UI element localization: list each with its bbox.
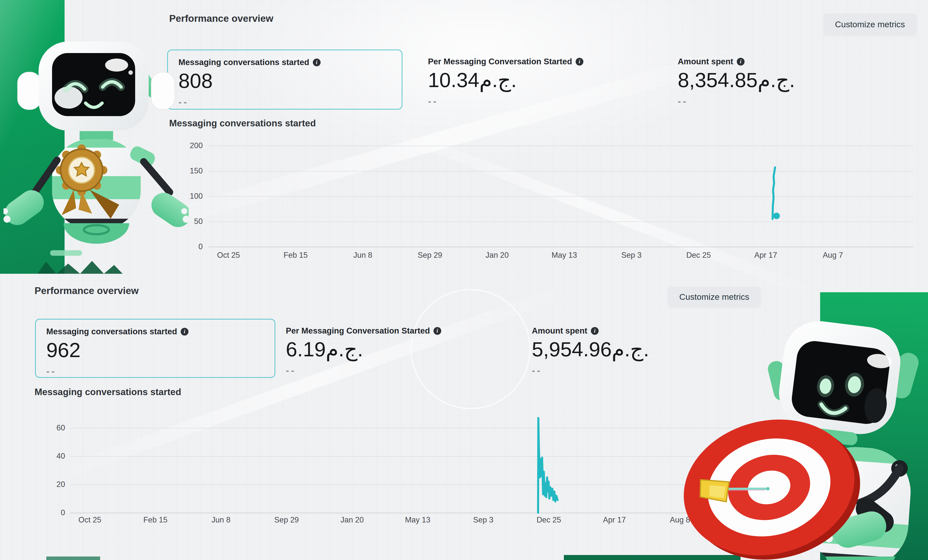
metric-delta: -- bbox=[532, 365, 746, 376]
x-axis-tick-label: Jan 20 bbox=[467, 250, 527, 260]
metric-delta: -- bbox=[46, 366, 264, 377]
metric-label: Amount spent bbox=[678, 57, 733, 66]
metric-label: Amount spent bbox=[532, 326, 588, 336]
x-axis-tick-label: Aug 7 bbox=[803, 250, 863, 260]
gridline bbox=[70, 513, 743, 513]
x-axis-tick-label: Sep 29 bbox=[400, 250, 460, 260]
y-axis-tick-label: 150 bbox=[160, 166, 203, 176]
y-axis-tick-label: 40 bbox=[25, 451, 65, 461]
gridline bbox=[209, 196, 913, 197]
metric-delta: -- bbox=[678, 96, 892, 107]
x-axis-labels: Oct 25Feb 15Jun 8Sep 29Jan 20May 13Sep 3… bbox=[198, 250, 863, 260]
y-axis-tick-label: 50 bbox=[160, 217, 203, 226]
x-axis-tick-label: May 13 bbox=[388, 515, 448, 525]
info-icon[interactable]: i bbox=[575, 58, 583, 66]
x-axis-tick-label: Sep 3 bbox=[601, 250, 661, 260]
metric-card-per-messaging-conversation[interactable]: Per Messaging Conversation Started i 6.1… bbox=[275, 319, 511, 378]
metric-delta: -- bbox=[428, 96, 642, 107]
x-axis-tick-label: Aug 8 bbox=[650, 515, 710, 525]
x-axis-tick-label: Apr 17 bbox=[585, 515, 644, 525]
gridline bbox=[209, 146, 913, 146]
info-icon[interactable]: i bbox=[737, 58, 745, 66]
page-title: Performance overview bbox=[169, 13, 273, 24]
metric-value: 10.34ج.م. bbox=[428, 69, 642, 92]
x-axis-tick-label: Feb 15 bbox=[125, 515, 185, 525]
metric-value: 808 bbox=[179, 69, 391, 92]
metric-value: 6.19ج.م. bbox=[286, 338, 500, 361]
gridline bbox=[70, 484, 743, 485]
gridline bbox=[209, 221, 913, 222]
chart-title: Messaging conversations started bbox=[169, 118, 316, 129]
x-axis-tick-label: Jan 20 bbox=[322, 515, 382, 525]
metric-card-messaging-conversations-started[interactable]: Messaging conversations started i 962 -- bbox=[35, 319, 275, 378]
metric-value: 5,954.96ج.م. bbox=[532, 338, 746, 361]
green-footer-strip bbox=[46, 557, 100, 560]
customize-metrics-button[interactable]: Customize metrics bbox=[668, 287, 761, 307]
page-title: Performance overview bbox=[35, 285, 139, 296]
metric-delta: -- bbox=[286, 365, 500, 376]
gridline bbox=[209, 247, 913, 247]
info-icon[interactable]: i bbox=[591, 327, 599, 335]
metric-card-amount-spent[interactable]: Amount spent i 5,954.96ج.م. -- bbox=[521, 319, 757, 378]
x-axis-tick-label: May 13 bbox=[534, 250, 594, 260]
gridline bbox=[209, 171, 913, 171]
info-icon[interactable]: i bbox=[313, 58, 321, 66]
x-axis-labels: Oct 25Feb 15Jun 8Sep 29Jan 20May 13Sep 3… bbox=[60, 515, 710, 525]
chart-gridlines bbox=[70, 428, 743, 513]
x-axis-tick-label: Dec 25 bbox=[519, 515, 579, 525]
green-banner-right bbox=[820, 292, 928, 560]
ads-performance-page: Performance overview Customize metrics M… bbox=[0, 0, 928, 560]
info-icon[interactable]: i bbox=[181, 328, 188, 336]
chart-gridlines bbox=[209, 146, 913, 247]
metric-label: Messaging conversations started bbox=[46, 327, 177, 336]
y-axis-tick-label: 200 bbox=[160, 140, 203, 151]
y-axis-tick-label: 60 bbox=[25, 423, 65, 433]
info-icon[interactable]: i bbox=[433, 327, 441, 335]
gridline bbox=[70, 428, 743, 429]
metric-card-per-messaging-conversation[interactable]: Per Messaging Conversation Started i 10.… bbox=[417, 50, 653, 110]
x-axis-tick-label: Dec 25 bbox=[669, 250, 728, 260]
y-axis-labels: 6040200 bbox=[25, 423, 65, 518]
metric-value: 962 bbox=[46, 339, 264, 362]
x-axis-tick-label: Jun 8 bbox=[333, 250, 393, 260]
metric-label: Per Messaging Conversation Started bbox=[428, 57, 572, 66]
customize-metrics-button[interactable]: Customize metrics bbox=[823, 14, 916, 35]
green-footer-strip bbox=[564, 555, 740, 560]
metric-delta: -- bbox=[179, 97, 391, 108]
x-axis-tick-label: Sep 3 bbox=[453, 515, 513, 525]
y-axis-tick-label: 100 bbox=[160, 191, 203, 201]
x-axis-tick-label: Apr 17 bbox=[736, 250, 796, 260]
metric-label: Messaging conversations started bbox=[179, 58, 309, 67]
metric-card-amount-spent[interactable]: Amount spent i 8,354.85ج.م. -- bbox=[667, 50, 902, 110]
y-axis-tick-label: 20 bbox=[25, 479, 65, 490]
x-axis-tick-label: Jun 8 bbox=[191, 515, 251, 525]
x-axis-tick-label: Oct 25 bbox=[198, 250, 258, 260]
metric-label: Per Messaging Conversation Started bbox=[286, 326, 430, 336]
x-axis-tick-label: Feb 15 bbox=[266, 250, 326, 260]
x-axis-tick-label: Sep 29 bbox=[256, 515, 317, 525]
y-axis-tick-label: 0 bbox=[25, 508, 65, 518]
metric-value: 8,354.85ج.م. bbox=[678, 69, 892, 92]
chart-title: Messaging conversations started bbox=[35, 387, 181, 397]
green-banner-left bbox=[0, 0, 64, 274]
gridline bbox=[70, 456, 743, 457]
y-axis-tick-label: 0 bbox=[160, 242, 203, 252]
x-axis-tick-label: Oct 25 bbox=[60, 515, 120, 525]
y-axis-labels: 200150100500 bbox=[160, 140, 203, 252]
metric-card-messaging-conversations-started[interactable]: Messaging conversations started i 808 -- bbox=[167, 50, 403, 110]
